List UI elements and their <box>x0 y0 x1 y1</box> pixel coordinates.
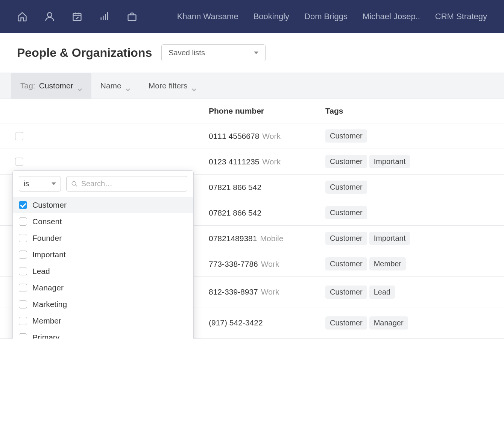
table-row: 0111 4556678WorkCustomer <box>0 123 504 149</box>
chevron-down-icon <box>125 84 131 88</box>
filter-tag[interactable]: Tag: Customer <box>11 73 91 99</box>
tag-option[interactable]: Manager <box>13 280 193 296</box>
tag-badge: Customer <box>325 232 367 245</box>
chevron-down-icon <box>77 84 82 88</box>
tag-option[interactable]: Customer <box>13 197 193 213</box>
tag-option[interactable]: Marketing <box>13 296 193 313</box>
tag-option-label: Marketing <box>32 300 67 309</box>
row-checkbox[interactable] <box>15 158 23 166</box>
tag-option-label: Manager <box>32 283 64 292</box>
tag-option[interactable]: Member <box>13 313 193 329</box>
phone-number: 07821 866 542 <box>209 208 261 217</box>
tag-option-label: Member <box>32 316 61 325</box>
filter-more[interactable]: More filters <box>140 73 206 99</box>
svg-point-0 <box>47 13 52 17</box>
bars-icon[interactable] <box>99 11 110 22</box>
checkbox[interactable] <box>19 217 27 226</box>
checkbox[interactable] <box>19 284 27 292</box>
nav-icon-group <box>17 11 137 22</box>
tag-option-list: CustomerConsentFounderImportantLeadManag… <box>13 197 193 339</box>
tag-badge: Customer <box>325 257 367 270</box>
nav-link[interactable]: Dom Briggs <box>304 12 348 21</box>
tag-option[interactable]: Consent <box>13 213 193 230</box>
phone-type: Work <box>262 132 281 140</box>
caret-down-icon <box>254 52 258 54</box>
tag-option-label: Important <box>32 250 66 259</box>
briefcase-icon[interactable] <box>127 11 137 22</box>
svg-point-3 <box>72 181 76 185</box>
tag-badge: Customer <box>325 206 367 219</box>
checkbox[interactable] <box>19 234 27 242</box>
row-checkbox[interactable] <box>15 132 23 140</box>
tag-search-input[interactable] <box>81 179 182 188</box>
filter-name[interactable]: Name <box>91 73 140 99</box>
tag-option-label: Customer <box>32 201 67 210</box>
phone-type: Work <box>261 287 279 296</box>
phone-number: 0111 4556678 <box>209 132 259 140</box>
header-tags: Tags <box>325 106 504 115</box>
checkbox[interactable] <box>19 201 27 209</box>
filter-tag-label: Tag: <box>20 81 35 90</box>
tag-badge: Customer <box>325 181 367 194</box>
svg-rect-1 <box>73 14 81 21</box>
tag-option[interactable]: Lead <box>13 263 193 280</box>
tag-badge: Important <box>369 232 410 245</box>
svg-rect-2 <box>128 15 136 20</box>
phone-number: 773-338-7786 <box>209 260 258 268</box>
tag-badge: Member <box>369 257 406 270</box>
phone-number: 07821489381 <box>209 234 257 243</box>
top-nav: Khann Warsame Bookingly Dom Briggs Micha… <box>0 0 504 33</box>
chevron-down-icon <box>191 84 197 88</box>
tag-option[interactable]: Primary <box>13 329 193 339</box>
phone-type: Work <box>261 260 279 268</box>
tag-badge: Manager <box>369 316 408 330</box>
nav-link[interactable]: Khann Warsame <box>177 12 238 21</box>
tag-option[interactable]: Important <box>13 246 193 263</box>
checkbox[interactable] <box>19 300 27 308</box>
tag-option[interactable]: Founder <box>13 230 193 246</box>
phone-number: (917) 542-3422 <box>209 318 263 327</box>
phone-type: Mobile <box>260 234 283 243</box>
tag-badge: Lead <box>369 286 395 299</box>
calendar-check-icon[interactable] <box>72 11 82 22</box>
table-header-row: Phone number Tags <box>0 99 504 123</box>
checkbox[interactable] <box>19 251 27 259</box>
tag-badge: Customer <box>325 155 367 168</box>
tag-option-label: Consent <box>32 217 62 226</box>
tag-option-label: Primary <box>32 333 59 339</box>
nav-link[interactable]: Michael Josep.. <box>363 12 420 21</box>
header-phone: Phone number <box>209 106 325 115</box>
tag-search[interactable] <box>66 176 187 191</box>
saved-lists-label: Saved lists <box>169 49 205 57</box>
nav-link[interactable]: CRM Strategy <box>435 12 487 21</box>
tag-badge: Important <box>369 155 410 168</box>
saved-lists-dropdown[interactable]: Saved lists <box>161 44 266 61</box>
page-header: People & Organizations Saved lists <box>0 33 504 73</box>
tag-badge: Customer <box>325 286 367 299</box>
page-title: People & Organizations <box>17 46 152 60</box>
tag-option-label: Founder <box>32 234 62 243</box>
filter-more-label: More filters <box>149 81 188 90</box>
phone-type: Work <box>262 157 281 166</box>
tag-badge: Customer <box>325 316 367 330</box>
nav-links: Khann Warsame Bookingly Dom Briggs Micha… <box>177 12 487 21</box>
operator-select[interactable]: is <box>19 176 61 191</box>
phone-number: 0123 4111235 <box>209 157 259 166</box>
checkbox[interactable] <box>19 267 27 275</box>
checkbox[interactable] <box>19 317 27 325</box>
filter-tag-value: Customer <box>39 81 73 90</box>
search-icon <box>71 180 78 188</box>
checkbox[interactable] <box>19 333 27 339</box>
person-icon[interactable] <box>44 11 55 22</box>
phone-number: 812-339-8937 <box>209 287 258 296</box>
tag-option-label: Lead <box>32 267 50 276</box>
nav-link[interactable]: Bookingly <box>254 12 289 21</box>
caret-down-icon <box>52 182 56 185</box>
filter-name-label: Name <box>100 81 121 90</box>
tag-filter-dropdown: is CustomerConsentFounderImportantLeadMa… <box>12 170 194 339</box>
operator-value: is <box>24 179 29 188</box>
filter-bar: Tag: Customer Name More filters <box>0 73 504 99</box>
home-icon[interactable] <box>17 11 27 22</box>
phone-number: 07821 866 542 <box>209 183 261 191</box>
tag-badge: Customer <box>325 129 367 143</box>
